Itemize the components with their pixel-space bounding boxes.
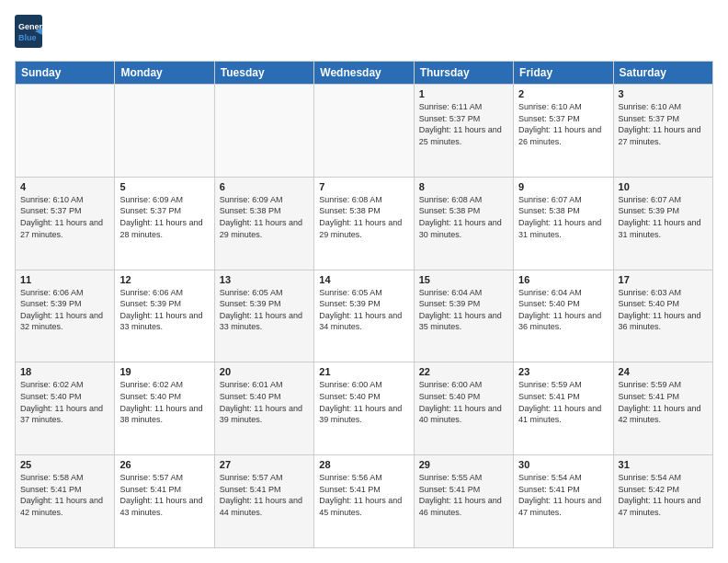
day-number: 24 [619,366,708,377]
day-cell: 29Sunrise: 5:55 AM Sunset: 5:41 PM Dayli… [414,455,513,548]
day-number: 15 [419,274,508,285]
day-info: Sunrise: 5:56 AM Sunset: 5:41 PM Dayligh… [319,472,408,518]
day-number: 28 [319,459,408,470]
day-info: Sunrise: 6:02 AM Sunset: 5:40 PM Dayligh… [119,379,209,425]
weekday-header-monday: Monday [115,62,214,85]
day-info: Sunrise: 6:05 AM Sunset: 5:39 PM Dayligh… [220,287,309,333]
day-info: Sunrise: 6:09 AM Sunset: 5:37 PM Dayligh… [119,194,209,240]
day-cell: 18Sunrise: 6:02 AM Sunset: 5:40 PM Dayli… [16,362,115,455]
day-cell: 21Sunrise: 6:00 AM Sunset: 5:40 PM Dayli… [314,362,414,455]
day-info: Sunrise: 6:10 AM Sunset: 5:37 PM Dayligh… [20,194,109,240]
day-cell: 14Sunrise: 6:05 AM Sunset: 5:39 PM Dayli… [314,270,414,362]
day-cell: 25Sunrise: 5:58 AM Sunset: 5:41 PM Dayli… [16,455,115,548]
day-number: 4 [20,181,109,192]
day-cell: 31Sunrise: 5:54 AM Sunset: 5:42 PM Dayli… [613,455,712,548]
logo: General Blue [15,15,42,52]
day-number: 16 [518,274,608,285]
day-cell: 3Sunrise: 6:10 AM Sunset: 5:37 PM Daylig… [613,85,712,178]
weekday-header-saturday: Saturday [613,62,712,85]
day-cell: 23Sunrise: 5:59 AM Sunset: 5:41 PM Dayli… [514,362,613,455]
day-number: 22 [419,366,508,377]
day-cell: 12Sunrise: 6:06 AM Sunset: 5:39 PM Dayli… [115,270,214,362]
week-row-1: 1Sunrise: 6:11 AM Sunset: 5:37 PM Daylig… [16,85,713,178]
day-info: Sunrise: 5:57 AM Sunset: 5:41 PM Dayligh… [119,472,209,518]
page: General Blue SundayMondayTuesdayWednesda… [0,0,728,563]
day-number: 27 [220,459,309,470]
day-number: 7 [319,181,408,192]
day-number: 31 [619,459,708,470]
day-cell: 24Sunrise: 5:59 AM Sunset: 5:41 PM Dayli… [613,362,712,455]
day-number: 2 [518,88,608,99]
day-cell: 11Sunrise: 6:06 AM Sunset: 5:39 PM Dayli… [16,270,115,362]
day-cell: 15Sunrise: 6:04 AM Sunset: 5:39 PM Dayli… [414,270,513,362]
day-info: Sunrise: 6:04 AM Sunset: 5:40 PM Dayligh… [518,287,608,333]
day-cell: 30Sunrise: 5:54 AM Sunset: 5:41 PM Dayli… [514,455,613,548]
day-info: Sunrise: 6:00 AM Sunset: 5:40 PM Dayligh… [419,379,508,425]
day-cell: 22Sunrise: 6:00 AM Sunset: 5:40 PM Dayli… [414,362,513,455]
day-number: 1 [419,88,508,99]
day-info: Sunrise: 6:11 AM Sunset: 5:37 PM Dayligh… [419,101,508,147]
day-number: 30 [518,459,608,470]
day-cell: 2Sunrise: 6:10 AM Sunset: 5:37 PM Daylig… [514,85,613,178]
week-row-4: 18Sunrise: 6:02 AM Sunset: 5:40 PM Dayli… [16,362,713,455]
day-info: Sunrise: 6:06 AM Sunset: 5:39 PM Dayligh… [20,287,109,333]
day-cell: 9Sunrise: 6:07 AM Sunset: 5:38 PM Daylig… [514,177,613,270]
day-cell: 28Sunrise: 5:56 AM Sunset: 5:41 PM Dayli… [314,455,414,548]
day-info: Sunrise: 6:10 AM Sunset: 5:37 PM Dayligh… [518,101,608,147]
day-info: Sunrise: 5:57 AM Sunset: 5:41 PM Dayligh… [220,472,309,518]
header: General Blue [15,15,713,52]
week-row-3: 11Sunrise: 6:06 AM Sunset: 5:39 PM Dayli… [16,270,713,362]
day-number: 14 [319,274,408,285]
weekday-header-thursday: Thursday [414,62,513,85]
day-info: Sunrise: 6:01 AM Sunset: 5:40 PM Dayligh… [220,379,309,425]
day-number: 9 [518,181,608,192]
day-number: 12 [119,274,209,285]
day-number: 26 [119,459,209,470]
day-info: Sunrise: 5:54 AM Sunset: 5:41 PM Dayligh… [518,472,608,518]
day-number: 3 [619,88,708,99]
day-cell: 10Sunrise: 6:07 AM Sunset: 5:39 PM Dayli… [613,177,712,270]
weekday-header-sunday: Sunday [16,62,115,85]
day-number: 13 [220,274,309,285]
day-number: 23 [518,366,608,377]
day-number: 25 [20,459,109,470]
day-info: Sunrise: 6:09 AM Sunset: 5:38 PM Dayligh… [220,194,309,240]
day-cell: 1Sunrise: 6:11 AM Sunset: 5:37 PM Daylig… [414,85,513,178]
weekday-header-wednesday: Wednesday [314,62,414,85]
day-info: Sunrise: 5:59 AM Sunset: 5:41 PM Dayligh… [518,379,608,425]
day-number: 6 [220,181,309,192]
day-cell [115,85,214,178]
day-cell [314,85,414,178]
day-cell: 13Sunrise: 6:05 AM Sunset: 5:39 PM Dayli… [214,270,313,362]
day-info: Sunrise: 5:59 AM Sunset: 5:41 PM Dayligh… [619,379,708,425]
day-info: Sunrise: 5:54 AM Sunset: 5:42 PM Dayligh… [619,472,708,518]
weekday-header-row: SundayMondayTuesdayWednesdayThursdayFrid… [16,62,713,85]
day-number: 17 [619,274,708,285]
day-info: Sunrise: 5:55 AM Sunset: 5:41 PM Dayligh… [419,472,508,518]
day-info: Sunrise: 6:03 AM Sunset: 5:40 PM Dayligh… [619,287,708,333]
calendar-table: SundayMondayTuesdayWednesdayThursdayFrid… [15,61,713,548]
svg-text:Blue: Blue [18,33,37,42]
day-info: Sunrise: 6:05 AM Sunset: 5:39 PM Dayligh… [319,287,408,333]
day-cell: 17Sunrise: 6:03 AM Sunset: 5:40 PM Dayli… [613,270,712,362]
day-cell: 27Sunrise: 5:57 AM Sunset: 5:41 PM Dayli… [214,455,313,548]
day-info: Sunrise: 6:08 AM Sunset: 5:38 PM Dayligh… [419,194,508,240]
day-cell [214,85,313,178]
day-number: 8 [419,181,508,192]
day-number: 5 [119,181,209,192]
day-cell: 16Sunrise: 6:04 AM Sunset: 5:40 PM Dayli… [514,270,613,362]
day-number: 29 [419,459,508,470]
day-cell [16,85,115,178]
day-cell: 19Sunrise: 6:02 AM Sunset: 5:40 PM Dayli… [115,362,214,455]
day-number: 10 [619,181,708,192]
day-cell: 26Sunrise: 5:57 AM Sunset: 5:41 PM Dayli… [115,455,214,548]
day-info: Sunrise: 6:04 AM Sunset: 5:39 PM Dayligh… [419,287,508,333]
day-info: Sunrise: 6:06 AM Sunset: 5:39 PM Dayligh… [119,287,209,333]
day-cell: 7Sunrise: 6:08 AM Sunset: 5:38 PM Daylig… [314,177,414,270]
day-info: Sunrise: 6:02 AM Sunset: 5:40 PM Dayligh… [20,379,109,425]
day-cell: 8Sunrise: 6:08 AM Sunset: 5:38 PM Daylig… [414,177,513,270]
day-cell: 6Sunrise: 6:09 AM Sunset: 5:38 PM Daylig… [214,177,313,270]
week-row-2: 4Sunrise: 6:10 AM Sunset: 5:37 PM Daylig… [16,177,713,270]
day-number: 18 [20,366,109,377]
day-info: Sunrise: 6:07 AM Sunset: 5:38 PM Dayligh… [518,194,608,240]
